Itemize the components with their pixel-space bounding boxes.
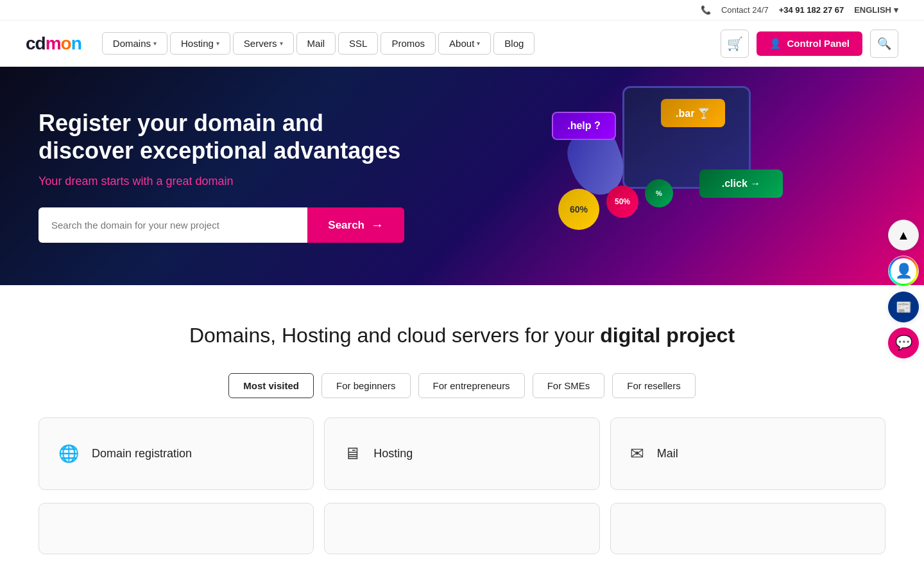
main-nav: cdmon Domains ▾ Hosting ▾ Servers ▾ Mail… [0,21,924,67]
help-badge: .help ? [552,112,616,140]
cart-button[interactable]: 🛒 [721,30,749,58]
service-label-hosting: Hosting [373,447,413,460]
nav-label-mail: Mail [307,38,325,49]
service-card-sm-3[interactable] [610,503,886,554]
nav-items: Domains ▾ Hosting ▾ Servers ▾ Mail SSL P… [102,32,721,55]
domain-search-bar: Search → [38,207,404,243]
service-card-hosting[interactable]: 🖥 Hosting [324,417,599,490]
logo[interactable]: cdmon [26,33,81,54]
search-arrow-icon: → [371,218,384,232]
tab-most-visited[interactable]: Most visited [228,373,314,398]
nav-label-servers: Servers [244,38,277,49]
domain-search-input[interactable] [38,207,307,243]
tab-for-resellers[interactable]: For resellers [612,373,695,398]
tab-label-entrepreneurs: For entrepreneurs [433,380,510,391]
scroll-to-top-button[interactable]: ▲ [888,220,919,250]
discount-50-badge: 50% [606,186,638,218]
hero-subtitle: Your dream starts with a great domain [38,175,424,188]
logo-m: m [46,33,61,54]
hero-content: Register your domain and discover except… [38,109,424,243]
user-icon: 👤 [769,38,782,49]
chevron-down-icon: ▾ [280,40,283,47]
chevron-down-icon: ▾ [216,40,219,47]
tab-label-most-visited: Most visited [243,380,299,391]
top-bar: 📞 Contact 24/7 +34 91 182 27 67 ENGLISH … [0,0,924,21]
chevron-down-icon: ▾ [477,40,480,47]
service-card-domain[interactable]: 🌐 Domain registration [38,417,314,490]
logo-o: o [61,33,71,54]
hero-title: Register your domain and discover except… [38,109,424,164]
avatar-icon: 👤 [891,258,916,284]
nav-label-hosting: Hosting [181,38,214,49]
chat-icon: 💬 [895,335,912,351]
search-button-label: Search [328,219,364,232]
service-card-mail[interactable]: ✉ Mail [610,417,886,490]
side-widgets: ▲ 👤 📰 💬 [888,220,924,358]
logo-n: n [71,33,81,54]
nav-label-domains: Domains [113,38,151,49]
search-button[interactable]: Search → [307,207,404,243]
chat-widget-button[interactable]: 💬 [888,328,919,358]
nav-label-promos: Promos [391,38,425,49]
nav-item-mail[interactable]: Mail [296,32,336,55]
hero-section: Register your domain and discover except… [0,67,924,285]
services-row-2 [0,503,924,578]
nav-item-domains[interactable]: Domains ▾ [102,32,167,55]
tab-label-beginners: For beginners [336,380,396,391]
tab-label-resellers: For resellers [627,380,680,391]
nav-item-hosting[interactable]: Hosting ▾ [170,32,230,55]
category-tabs: Most visited For beginners For entrepren… [0,367,924,417]
bar-badge: .bar 🍸 [661,99,725,127]
service-card-sm-2[interactable] [324,503,599,554]
tab-for-smes[interactable]: For SMEs [533,373,605,398]
arrow-up-icon: ▲ [897,228,910,243]
avatar-widget[interactable]: 👤 [888,256,919,286]
search-nav-button[interactable]: 🔍 [870,30,898,58]
contact-icon: 📞 [701,5,711,15]
search-icon: 🔍 [877,37,891,51]
nav-label-blog: Blog [504,38,524,49]
nav-right: 🛒 👤 Control Panel 🔍 [721,30,898,58]
globe-icon: 🌐 [58,444,79,464]
section-title-wrap: Domains, Hosting and cloud servers for y… [0,285,924,367]
language-label: ENGLISH [854,5,891,15]
mail-icon: ✉ [630,444,644,464]
nav-item-blog[interactable]: Blog [493,32,535,55]
control-panel-button[interactable]: 👤 Control Panel [757,31,862,56]
tab-label-smes: For SMEs [547,380,590,391]
service-card-sm-1[interactable] [38,503,314,554]
section-title: Domains, Hosting and cloud servers for y… [26,324,898,347]
logo-cd: cd [26,33,46,54]
tab-for-entrepreneurs[interactable]: For entrepreneurs [418,373,525,398]
service-label-mail: Mail [657,447,678,460]
nav-item-promos[interactable]: Promos [381,32,436,55]
nav-label-about: About [449,38,474,49]
language-selector[interactable]: ENGLISH ▾ [854,5,898,15]
contact-label: Contact 24/7 [721,5,769,15]
nav-label-ssl: SSL [349,38,367,49]
click-badge: .click → [699,170,783,198]
sale-badge: % [645,179,673,207]
hero-graphic: .help ? .bar 🍸 .click → 60% 50% % [539,80,860,272]
discount-60-badge: 60% [558,189,599,230]
news-widget-button[interactable]: 📰 [888,292,919,322]
section-title-text: Domains, Hosting and cloud servers for y… [189,324,600,347]
hero-illustration: .help ? .bar 🍸 .click → 60% 50% % [475,67,924,285]
cart-icon: 🛒 [727,36,743,51]
section-title-bold: digital project [600,324,735,347]
tab-for-beginners[interactable]: For beginners [321,373,411,398]
news-icon: 📰 [896,299,912,315]
nav-item-servers[interactable]: Servers ▾ [233,32,294,55]
control-panel-label: Control Panel [787,38,850,49]
nav-item-ssl[interactable]: SSL [338,32,378,55]
chevron-down-icon: ▾ [894,5,898,15]
nav-item-about[interactable]: About ▾ [438,32,491,55]
services-row-1: 🌐 Domain registration 🖥 Hosting ✉ Mail [0,417,924,503]
chevron-down-icon: ▾ [153,40,157,47]
phone-number[interactable]: +34 91 182 27 67 [779,5,844,15]
hosting-icon: 🖥 [344,444,361,464]
service-label-domain: Domain registration [92,447,192,460]
